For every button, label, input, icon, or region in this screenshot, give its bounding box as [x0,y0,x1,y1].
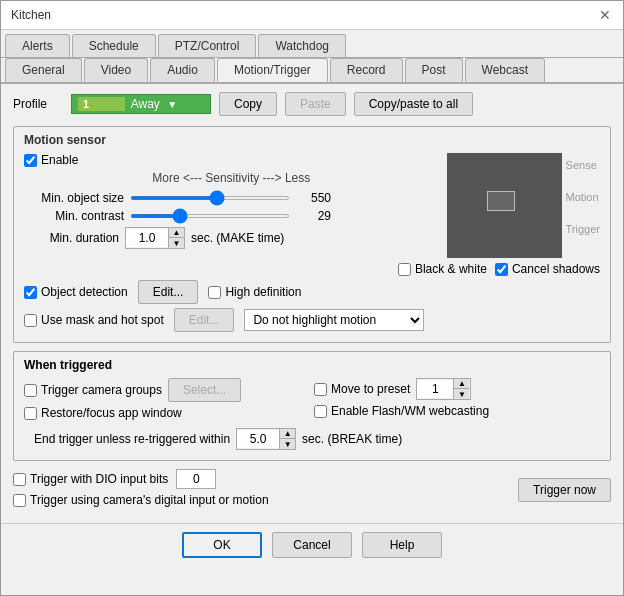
restore-focus-label[interactable]: Restore/focus app window [24,406,182,420]
min-duration-input[interactable] [126,229,168,247]
enable-row: Enable [24,153,439,167]
sensitivity-row: More <--- Sensitivity ---> Less [24,171,439,185]
min-duration-label: Min. duration [24,231,119,245]
tab-ptz-control[interactable]: PTZ/Control [158,34,257,57]
end-trigger-up[interactable]: ▲ [279,429,295,439]
tab-audio[interactable]: Audio [150,58,215,82]
high-definition-checkbox[interactable] [208,286,221,299]
help-button[interactable]: Help [362,532,442,558]
enable-checkbox-label[interactable]: Enable [24,153,78,167]
profile-label: Profile [13,97,63,111]
tab-webcast[interactable]: Webcast [465,58,545,82]
ok-button[interactable]: OK [182,532,262,558]
enable-flash-label[interactable]: Enable Flash/WM webcasting [314,404,489,418]
digital-input-checkbox[interactable] [13,494,26,507]
trigger-now-button[interactable]: Trigger now [518,478,611,502]
min-object-val: 550 [296,191,331,205]
edit1-button[interactable]: Edit... [138,280,199,304]
tab-motion-trigger[interactable]: Motion/Trigger [217,58,328,82]
restore-focus-checkbox[interactable] [24,407,37,420]
select-button[interactable]: Select... [168,378,241,402]
use-mask-label[interactable]: Use mask and hot spot [24,313,164,327]
move-preset-label[interactable]: Move to preset [314,382,410,396]
min-contrast-slider[interactable] [130,214,290,218]
object-detection-text: Object detection [41,285,128,299]
bw-shadows-row: Black & white Cancel shadows [24,262,600,276]
trigger-camera-row: Trigger camera groups Select... [24,378,310,402]
high-definition-text: High definition [225,285,301,299]
enable-checkbox[interactable] [24,154,37,167]
enable-label: Enable [41,153,78,167]
cancel-shadows-label[interactable]: Cancel shadows [495,262,600,276]
copy-button[interactable]: Copy [219,92,277,116]
digital-input-label[interactable]: Trigger using camera's digital input or … [13,493,269,507]
close-button[interactable]: ✕ [597,7,613,23]
spin-up-button[interactable]: ▲ [168,228,184,238]
black-white-checkbox[interactable] [398,263,411,276]
window-title: Kitchen [11,8,51,22]
object-detection-checkbox[interactable] [24,286,37,299]
profile-dropdown[interactable]: 1 Away ▼ [71,94,211,114]
right-col: Move to preset ▲ ▼ E [314,378,600,424]
motion-sensor-section: Motion sensor Enable More <--- Sensitivi… [13,126,611,343]
sensitivity-label: More <--- Sensitivity ---> Less [24,171,439,185]
enable-flash-checkbox[interactable] [314,405,327,418]
trigger-camera-label[interactable]: Trigger camera groups [24,383,162,397]
preset-spinner[interactable]: ▲ ▼ [416,378,471,400]
min-duration-spinner[interactable]: ▲ ▼ [125,227,185,249]
black-white-label[interactable]: Black & white [398,262,487,276]
sense-label: Sense [566,159,600,171]
bottom-checkboxes: Trigger with DIO input bits Trigger usin… [13,469,269,511]
tab-video[interactable]: Video [84,58,148,82]
triggered-options: Trigger camera groups Select... Restore/… [24,378,600,424]
edit2-button[interactable]: Edit... [174,308,235,332]
main-content: Profile 1 Away ▼ Copy Paste Copy/paste t… [1,84,623,519]
preset-down-button[interactable]: ▼ [453,389,469,399]
tabs-row1: Alerts Schedule PTZ/Control Watchdog [1,30,623,58]
use-mask-checkbox[interactable] [24,314,37,327]
tab-schedule[interactable]: Schedule [72,34,156,57]
move-preset-checkbox[interactable] [314,383,327,396]
end-trigger-input[interactable] [237,430,279,448]
digital-input-text: Trigger using camera's digital input or … [30,493,269,507]
min-duration-unit: sec. (MAKE time) [191,231,284,245]
end-trigger-unit: sec. (BREAK time) [302,432,402,446]
spin-down-button[interactable]: ▼ [168,238,184,248]
dropdown-arrow-icon: ▼ [167,99,204,110]
tab-watchdog[interactable]: Watchdog [258,34,346,57]
dio-label[interactable]: Trigger with DIO input bits [13,472,168,486]
min-contrast-val: 29 [296,209,331,223]
tab-record[interactable]: Record [330,58,403,82]
tab-post[interactable]: Post [405,58,463,82]
preset-input[interactable] [417,380,453,398]
motion-preview [447,153,562,258]
end-trigger-spinner[interactable]: ▲ ▼ [236,428,296,450]
tab-general[interactable]: General [5,58,82,82]
cancel-shadows-text: Cancel shadows [512,262,600,276]
dio-row: Trigger with DIO input bits [13,469,269,489]
motion-sensor-title: Motion sensor [24,133,600,147]
enable-flash-row: Enable Flash/WM webcasting [314,404,600,418]
trigger-camera-checkbox[interactable] [24,384,37,397]
min-object-slider[interactable] [130,196,290,200]
when-triggered-title: When triggered [24,358,600,372]
motion-highlight-dropdown[interactable]: Do not highlight motion Highlight motion… [244,309,424,331]
cancel-button[interactable]: Cancel [272,532,352,558]
end-trigger-arrows: ▲ ▼ [279,429,295,449]
min-contrast-row: Min. contrast 29 [24,209,439,223]
cancel-shadows-checkbox[interactable] [495,263,508,276]
copy-paste-all-button[interactable]: Copy/paste to all [354,92,473,116]
bottom-section: Trigger with DIO input bits Trigger usin… [13,469,611,511]
end-trigger-down[interactable]: ▼ [279,439,295,449]
dio-input[interactable] [176,469,216,489]
dio-checkbox[interactable] [13,473,26,486]
footer: OK Cancel Help [1,523,623,566]
tab-alerts[interactable]: Alerts [5,34,70,57]
high-definition-label[interactable]: High definition [208,285,301,299]
trigger-camera-text: Trigger camera groups [41,383,162,397]
paste-button[interactable]: Paste [285,92,346,116]
preset-up-button[interactable]: ▲ [453,379,469,389]
profile-row: Profile 1 Away ▼ Copy Paste Copy/paste t… [13,92,611,116]
object-detection-label[interactable]: Object detection [24,285,128,299]
titlebar: Kitchen ✕ [1,1,623,30]
